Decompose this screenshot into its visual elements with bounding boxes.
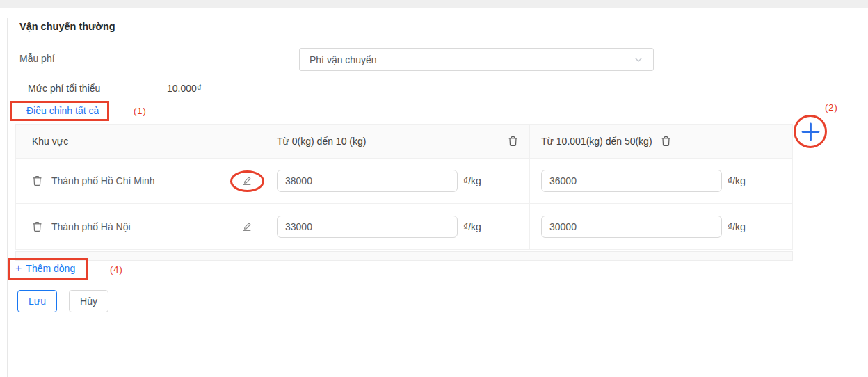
column-header-tier2: Từ 10.001(kg) đến 50(kg) (530, 125, 792, 158)
fee-cell: ₫/kg (530, 159, 792, 203)
add-row-button[interactable]: + Thêm dòng (15, 263, 75, 274)
plus-icon (801, 122, 820, 141)
table-horizontal-scrollbar[interactable] (15, 251, 793, 261)
fee-unit: ₫/kg (728, 175, 746, 186)
fee-template-select[interactable]: Phí vận chuyển (299, 48, 654, 71)
plus-icon: + (15, 264, 22, 273)
region-name: Thành phố Hà Nội (51, 221, 131, 232)
fee-input[interactable] (277, 216, 458, 238)
adjust-all-link[interactable]: Điều chỉnh tất cả (26, 105, 99, 116)
column-header-label: Từ 0(kg) đến 10 (kg) (277, 136, 366, 147)
section-title: Vận chuyển thường (19, 21, 115, 32)
fee-unit: ₫/kg (728, 221, 746, 232)
trash-icon[interactable] (661, 136, 671, 147)
fee-template-select-value: Phí vận chuyển (310, 54, 634, 65)
region-cell: Thành phố Hồ Chí Minh (16, 159, 268, 203)
chevron-down-icon (634, 55, 643, 65)
fee-input[interactable] (541, 170, 722, 192)
fee-cell: ₫/kg (530, 204, 792, 249)
trash-icon[interactable] (508, 136, 518, 147)
trash-icon[interactable] (32, 175, 42, 186)
add-column-button[interactable] (799, 120, 821, 143)
annotation-step1: (1) (134, 106, 147, 116)
fee-table: Khu vực Từ 0(kg) đến 10 (kg) Từ 10.001(k… (15, 124, 793, 250)
table-header-row: Khu vực Từ 0(kg) đến 10 (kg) Từ 10.001(k… (16, 125, 792, 159)
table-row: Thành phố Hồ Chí Minh ₫/kg ₫/kg (16, 159, 792, 204)
edit-pencil-icon[interactable] (241, 175, 252, 186)
min-fee-label: Mức phí tối thiểu (28, 83, 100, 94)
top-bar (0, 0, 868, 8)
shipping-fee-settings-panel: Vận chuyển thường Mẫu phí Phí vận chuyển… (0, 0, 868, 377)
fee-unit: ₫/kg (463, 175, 481, 186)
column-header-label: Từ 10.001(kg) đến 50(kg) (541, 136, 652, 147)
panel-left-border (7, 18, 8, 377)
add-row-label: Thêm dòng (26, 263, 75, 274)
edit-pencil-icon[interactable] (241, 221, 252, 232)
fee-input[interactable] (277, 170, 458, 192)
fee-cell: ₫/kg (268, 204, 530, 249)
fee-unit: ₫/kg (463, 221, 481, 232)
fee-input[interactable] (541, 216, 722, 238)
fee-template-label: Mẫu phí (19, 53, 55, 64)
trash-icon[interactable] (32, 221, 42, 232)
column-header-label: Khu vực (32, 136, 68, 147)
annotation-step4: (4) (110, 264, 123, 275)
region-name: Thành phố Hồ Chí Minh (51, 175, 155, 186)
fee-cell: ₫/kg (268, 159, 530, 203)
column-header-tier1: Từ 0(kg) đến 10 (kg) (268, 125, 530, 158)
save-button[interactable]: Lưu (17, 290, 57, 312)
cancel-button[interactable]: Hủy (69, 290, 108, 312)
table-row: Thành phố Hà Nội ₫/kg ₫/kg (16, 204, 792, 249)
min-fee-value: 10.000₫ (167, 83, 202, 94)
column-header-region: Khu vực (16, 125, 268, 158)
region-cell: Thành phố Hà Nội (16, 204, 268, 249)
annotation-step2: (2) (825, 102, 838, 113)
